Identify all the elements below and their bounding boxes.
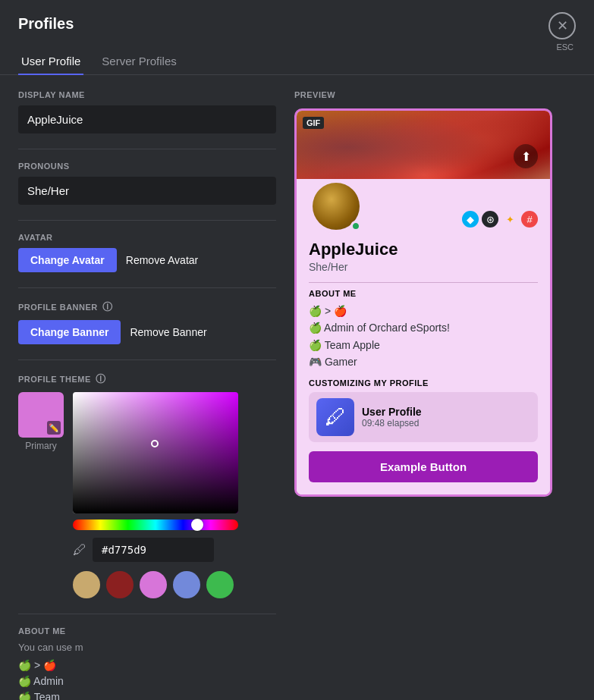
online-status-dot [350,221,361,231]
primary-color-label: Primary [25,441,56,451]
pronouns-section: PRONOUNS [18,162,276,205]
avatar-container [309,179,363,234]
about-me-card-content: 🍏 > 🍎 🍏 Admin of Orchard eSports! 🍏 Team… [309,303,538,371]
profile-theme-section: PROFILE THEME ⓘ ✏️ Primary [18,372,276,598]
colorpicker-darkness [73,392,238,513]
about-me-card-line-1: 🍏 Admin of Orchard eSports! [309,319,538,336]
hue-thumb [191,519,203,531]
gif-badge: GIF [303,117,324,129]
preview-label: PREVIEW [294,90,576,99]
close-label: ESC [556,42,574,52]
about-me-line-2: 🍏 Team [18,689,276,700]
tab-server-profiles[interactable]: Server Profiles [99,49,179,75]
right-panel: PREVIEW GIF ⬆ [294,90,576,700]
upload-banner-icon[interactable]: ⬆ [514,144,538,168]
banner-btn-row: Change Banner Remove Banner [18,320,276,344]
hex-input[interactable] [93,538,214,562]
about-me-card-line-2: 🍏 Team Apple [309,337,538,353]
close-button[interactable]: ✕ [548,12,576,39]
modal-title: Profiles [18,15,74,33]
activity-icon: 🖊 [316,398,354,436]
preset-color-3[interactable] [140,571,167,598]
divider-4 [18,359,276,360]
left-panel: DISPLAY NAME PRONOUNS AVATAR Change Avat… [18,90,276,700]
colorpicker-gradient[interactable] [73,392,238,513]
modal-header: Profiles ✕ ESC [0,0,594,33]
pronouns-input[interactable] [18,177,276,205]
profile-body: ◆ ⊛ ✦ # AppleJuice She/Her ABOUT ME 🍏 > … [297,179,550,494]
activity-time: 09:48 elapsed [362,418,530,428]
about-me-card-line-3: 🎮 Gamer [309,353,538,370]
profile-card: GIF ⬆ ◆ ⊛ ✦ [294,108,552,497]
avatar-row: ◆ ⊛ ✦ # [309,179,538,234]
badge-red: # [521,211,538,228]
about-me-card-emoji: 🍏 > 🍎 [309,303,538,319]
about-me-preview: 🍏 > 🍎 🍏 Admin 🍏 Team 🎮 Gam [18,658,276,700]
about-me-section: ABOUT ME You can use m 🍏 > 🍎 🍏 Admin 🍏 T… [18,626,276,700]
example-button[interactable]: Example Button [309,451,538,482]
change-avatar-button[interactable]: Change Avatar [18,248,117,272]
profile-banner-label: PROFILE BANNER ⓘ [18,300,276,314]
divider-2 [18,220,276,221]
pronouns-label: PRONOUNS [18,162,276,171]
colorpicker-controls: 🖊 [73,392,238,598]
divider-5 [18,614,276,614]
tab-user-profile[interactable]: User Profile [18,49,83,75]
modal: Profiles ✕ ESC User Profile Server Profi… [0,0,594,700]
display-name-label: DISPLAY NAME [18,90,276,99]
preset-color-5[interactable] [206,571,234,598]
card-divider-1 [309,282,538,283]
activity-row: 🖊 User Profile 09:48 elapsed [309,392,538,442]
about-me-hint: You can use m [18,642,276,653]
about-me-card-title: ABOUT ME [309,289,538,298]
badge-dark: ⊛ [482,211,498,228]
remove-avatar-button[interactable]: Remove Avatar [126,254,198,266]
profile-username: AppleJuice [309,240,538,259]
remove-banner-button[interactable]: Remove Banner [130,326,206,338]
eyedropper-icon[interactable]: 🖊 [73,542,86,558]
theme-info-icon[interactable]: ⓘ [96,372,106,386]
profile-pronouns: She/Her [309,261,538,273]
avatar-btn-row: Change Avatar Remove Avatar [18,248,276,272]
preset-colors [73,571,238,598]
avatar-label: AVATAR [18,233,276,242]
preset-color-4[interactable] [173,571,200,598]
display-name-input[interactable] [18,105,276,133]
activity-info: User Profile 09:48 elapsed [362,406,530,428]
divider-1 [18,149,276,149]
about-me-line-1: 🍏 Admin [18,673,276,689]
customizing-title: CUSTOMIZING MY PROFILE [309,378,538,388]
preset-color-2[interactable] [106,571,134,598]
avatar-section: AVATAR Change Avatar Remove Avatar [18,233,276,272]
badge-row: ◆ ⊛ ✦ # [462,211,538,234]
change-banner-button[interactable]: Change Banner [18,320,121,344]
display-name-section: DISPLAY NAME [18,90,276,133]
colorpicker-wrapper: ✏️ Primary 🖊 [18,392,276,598]
profile-banner-section: PROFILE BANNER ⓘ Change Banner Remove Ba… [18,300,276,344]
hue-slider[interactable] [73,520,238,530]
badge-teal: ◆ [462,211,479,228]
profile-theme-label: PROFILE THEME ⓘ [18,372,276,386]
banner-info-icon[interactable]: ⓘ [102,300,113,314]
primary-color-swatch[interactable]: ✏️ [18,392,64,438]
tabs-bar: User Profile Server Profiles [0,39,594,75]
preset-color-1[interactable] [73,571,100,598]
badge-gold: ✦ [501,211,518,228]
hex-row: 🖊 [73,538,238,562]
activity-name: User Profile [362,406,530,418]
divider-3 [18,287,276,288]
about-me-line-0: 🍏 > 🍎 [18,658,276,673]
about-me-label: ABOUT ME [18,626,276,636]
content-area: DISPLAY NAME PRONOUNS AVATAR Change Avat… [0,75,594,700]
edit-color-icon: ✏️ [47,421,61,435]
